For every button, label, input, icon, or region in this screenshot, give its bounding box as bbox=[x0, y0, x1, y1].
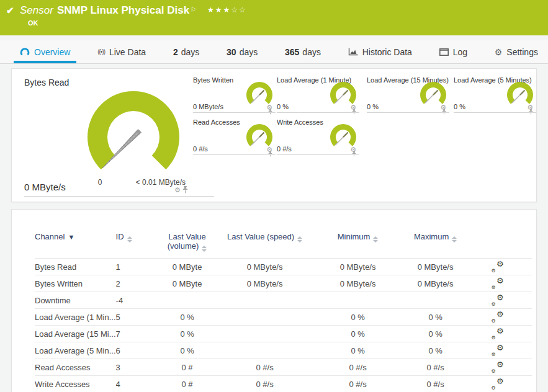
primary-gauge-value: 0 MByte/s bbox=[24, 182, 66, 192]
last-value-speed: 0 MByte/s bbox=[222, 259, 308, 275]
gauge-value: 0 #/s bbox=[277, 145, 292, 153]
sort-icon bbox=[452, 236, 457, 243]
header-tab-gap bbox=[0, 35, 548, 40]
channel-name[interactable]: Bytes Read bbox=[35, 259, 116, 275]
sensor-tab-bar: Overview ((•)) Live Data 2 days 30 days … bbox=[0, 40, 548, 64]
edit-channel-gears-icon[interactable]: ⚙⚙ bbox=[492, 295, 504, 305]
last-value-volume: 0 % bbox=[153, 326, 222, 342]
tab-30-days-num: 30 bbox=[227, 47, 236, 57]
table-row[interactable]: Downtime -4 ⚙⚙ bbox=[35, 292, 532, 309]
gauge-cell-load-average-15[interactable]: Load Average (15 Minutes) 0 % ⚙ bbox=[367, 76, 449, 112]
tab-2-days[interactable]: 2 days bbox=[167, 40, 205, 63]
live-data-icon: ((•)) bbox=[97, 48, 105, 55]
channel-name[interactable]: Load Average (15 Mi... bbox=[35, 326, 116, 342]
table-row[interactable]: Load Average (1 Min... 5 0 % 0 % 0 % ⚙⚙ bbox=[35, 309, 532, 326]
table-row[interactable]: Read Accesses 3 0 # 0 #/s 0 #/s 0 #/s ⚙⚙ bbox=[35, 359, 532, 376]
column-header-last-value-volume[interactable]: Last Value(volume) bbox=[153, 232, 222, 259]
edit-channel-gears-icon[interactable]: ⚙⚙ bbox=[492, 328, 504, 338]
last-value-speed bbox=[222, 342, 308, 359]
channel-id: 6 bbox=[116, 342, 153, 359]
sensor-title-line: SensorSNMP Linux Physical Disk⚐★★★☆☆ bbox=[20, 4, 542, 17]
last-value-volume: 0 % bbox=[153, 342, 222, 359]
gauge-cell-load-average-5[interactable]: Load Average (5 Minutes) 0 % ⚙ bbox=[454, 76, 536, 112]
primary-gauge bbox=[84, 87, 183, 187]
channel-actions: ⚙⚙ bbox=[464, 309, 532, 326]
gauge-value: 0 #/s bbox=[193, 145, 208, 153]
gauge-actions: ⚙ bbox=[350, 104, 358, 111]
tab-365-days[interactable]: 365 days bbox=[279, 40, 327, 63]
status-ok-check-icon: ✔ bbox=[6, 5, 14, 16]
table-row[interactable]: Bytes Written 2 0 MByte 0 MByte/s 0 MByt… bbox=[35, 275, 532, 292]
channel-name[interactable]: Downtime bbox=[35, 292, 116, 309]
column-header-last-value-speed[interactable]: Last Value (speed) bbox=[222, 232, 308, 259]
tab-overview-label: Overview bbox=[34, 47, 70, 57]
gauge-cell-bytes-written[interactable]: Bytes Written 0 MByte/s ⚙ bbox=[193, 76, 276, 112]
tab-30-days-unit: days bbox=[240, 47, 258, 57]
channel-name[interactable]: Write Accesses bbox=[35, 376, 116, 392]
table-row[interactable]: Bytes Read 1 0 MByte 0 MByte/s 0 MByte/s… bbox=[35, 259, 532, 275]
channel-id: 5 bbox=[116, 309, 153, 326]
channel-settings-gear-icon[interactable]: ⚙ bbox=[174, 187, 181, 194]
table-row[interactable]: Write Accesses 4 0 # 0 #/s 0 #/s 0 #/s ⚙… bbox=[35, 376, 532, 392]
tab-historic-data[interactable]: Historic Data bbox=[342, 40, 418, 63]
minimum-value: 0 % bbox=[308, 342, 408, 359]
gauge-cell-load-average-1[interactable]: Load Average (1 Minute) 0 % ⚙ bbox=[277, 76, 359, 112]
tab-2-days-num: 2 bbox=[173, 47, 178, 57]
tab-settings[interactable]: ⚙ Settings bbox=[488, 40, 544, 63]
gauge-value: 0 MByte/s bbox=[193, 103, 223, 110]
channel-actions: ⚙⚙ bbox=[464, 259, 532, 275]
column-header-actions bbox=[464, 232, 532, 259]
edit-channel-gears-icon[interactable]: ⚙⚙ bbox=[492, 378, 504, 388]
tab-30-days[interactable]: 30 days bbox=[220, 40, 264, 63]
gauge-title: Read Accesses bbox=[193, 118, 240, 126]
last-value-volume: 0 MByte bbox=[153, 259, 222, 275]
channel-name[interactable]: Load Average (5 Min... bbox=[35, 342, 116, 359]
gauges-panel: Bytes Read 0 < 0.01 MByte/s 0 MByte/s ⚙ … bbox=[11, 68, 537, 202]
priority-stars[interactable]: ★★★☆☆ bbox=[207, 6, 247, 14]
edit-channel-gears-icon[interactable]: ⚙⚙ bbox=[492, 311, 504, 321]
channel-name[interactable]: Bytes Written bbox=[35, 275, 116, 292]
sensor-title: SNMP Linux Physical Disk bbox=[57, 4, 189, 16]
column-header-id[interactable]: ID bbox=[116, 232, 153, 259]
gauge-actions: ⚙ bbox=[266, 146, 274, 153]
tab-2-days-unit: days bbox=[181, 47, 200, 57]
edit-channel-gears-icon[interactable]: ⚙⚙ bbox=[492, 261, 504, 271]
last-value-speed bbox=[222, 292, 308, 309]
tab-log[interactable]: Log bbox=[433, 40, 474, 63]
gauge-actions: ⚙ bbox=[266, 104, 274, 111]
maximum-value: 0 MByte/s bbox=[408, 275, 464, 292]
pin-icon[interactable] bbox=[182, 186, 188, 194]
primary-gauge-title: Bytes Read bbox=[24, 78, 69, 87]
edit-channel-gears-icon[interactable]: ⚙⚙ bbox=[492, 345, 504, 355]
channel-name[interactable]: Load Average (1 Min... bbox=[35, 309, 116, 326]
channel-id: 1 bbox=[116, 259, 153, 275]
last-value-volume: 0 % bbox=[153, 309, 222, 326]
channel-id: 7 bbox=[116, 326, 153, 342]
tab-live-data[interactable]: ((•)) Live Data bbox=[91, 40, 152, 63]
gauge-cell-write-accesses[interactable]: Write Accesses 0 #/s ⚙ bbox=[277, 118, 359, 154]
gauge-icon bbox=[20, 48, 30, 56]
minimum-value: 0 MByte/s bbox=[308, 275, 408, 292]
table-row[interactable]: Load Average (15 Mi... 7 0 % 0 % 0 % ⚙⚙ bbox=[35, 326, 532, 342]
edit-channel-gears-icon[interactable]: ⚙⚙ bbox=[492, 278, 504, 288]
minimum-value: 0 MByte/s bbox=[308, 259, 408, 275]
channel-actions: ⚙⚙ bbox=[464, 275, 532, 292]
channel-id: 2 bbox=[116, 275, 153, 292]
edit-channel-gears-icon[interactable]: ⚙⚙ bbox=[492, 362, 504, 372]
column-header-minimum[interactable]: Minimum bbox=[308, 232, 408, 259]
column-header-maximum[interactable]: Maximum bbox=[408, 232, 464, 259]
sort-icon bbox=[202, 246, 207, 252]
table-row[interactable]: Load Average (5 Min... 6 0 % 0 % 0 % ⚙⚙ bbox=[35, 342, 532, 359]
last-value-speed: 0 #/s bbox=[222, 359, 308, 376]
column-header-channel[interactable]: Channel▼ bbox=[35, 232, 116, 259]
tab-historic-data-label: Historic Data bbox=[362, 47, 412, 57]
last-value-volume bbox=[153, 292, 222, 309]
tab-overview[interactable]: Overview bbox=[14, 40, 76, 63]
stars-empty: ☆☆ bbox=[231, 6, 247, 14]
sensor-header: ✔ SensorSNMP Linux Physical Disk⚐★★★☆☆ O… bbox=[0, 0, 548, 35]
channel-name[interactable]: Read Accesses bbox=[35, 359, 116, 376]
window-icon bbox=[439, 48, 449, 56]
flag-icon[interactable]: ⚐ bbox=[191, 6, 196, 13]
channel-actions: ⚙⚙ bbox=[464, 342, 532, 359]
gauge-cell-read-accesses[interactable]: Read Accesses 0 #/s ⚙ bbox=[193, 118, 276, 154]
